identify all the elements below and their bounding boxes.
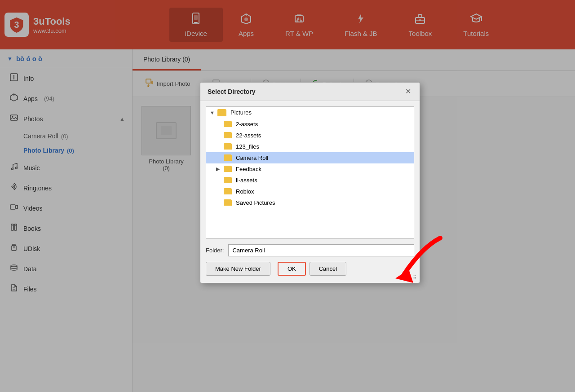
folder-field-label: Folder:: [206, 247, 224, 254]
dialog-close-button[interactable]: ✕: [403, 87, 412, 96]
dialog-body: ▼ Pictures 2-assets 22-assets: [200, 101, 420, 283]
tree-item-123files[interactable]: 123_files: [206, 141, 414, 152]
folder-img-2assets: [224, 121, 232, 127]
folder-label-llassets: ll-assets: [236, 177, 257, 184]
folder-label-123files: 123_files: [236, 143, 259, 150]
tree-item-feedback[interactable]: ▶ Feedback: [206, 163, 414, 175]
folder-field-row: Folder:: [206, 244, 414, 256]
folder-img-llassets: [224, 177, 232, 183]
directory-tree[interactable]: ▼ Pictures 2-assets 22-assets: [206, 106, 414, 239]
folder-label-2assets: 2-assets: [236, 121, 258, 128]
folder-img-123files: [224, 143, 232, 150]
folder-label-feedback: Feedback: [236, 166, 261, 172]
cancel-button[interactable]: Cancel: [310, 262, 346, 276]
folder-label-22assets: 22-assets: [236, 132, 261, 139]
feedback-expand: ▶: [216, 166, 221, 172]
folder-label-camera-roll: Camera Roll: [236, 154, 268, 161]
root-folder-img: [217, 109, 226, 116]
make-new-folder-button[interactable]: Make New Folder: [206, 262, 270, 276]
folder-img-22assets: [224, 132, 232, 138]
folder-img-roblox: [224, 188, 232, 194]
dialog-resize-handle[interactable]: ⠿: [413, 275, 417, 281]
folder-field-input[interactable]: [228, 244, 414, 256]
root-folder-label: Pictures: [230, 109, 252, 116]
tree-item-2assets[interactable]: 2-assets: [206, 119, 414, 130]
folder-img-camera-roll: [224, 154, 232, 161]
tree-item-22assets[interactable]: 22-assets: [206, 130, 414, 141]
select-directory-dialog: Select Directory ✕ ▼ Pictures 2-assets: [200, 82, 420, 283]
folder-label-saved-pictures: Saved Pictures: [236, 199, 275, 206]
dialog-overlay: Select Directory ✕ ▼ Pictures 2-assets: [0, 0, 575, 392]
dialog-title-bar: Select Directory ✕: [200, 83, 420, 101]
tree-item-roblox[interactable]: Roblox: [206, 186, 414, 197]
folder-img-feedback: [224, 166, 232, 172]
dialog-actions: Make New Folder OK Cancel: [206, 262, 414, 277]
folder-img-saved-pictures: [224, 199, 232, 206]
tree-item-camera-roll[interactable]: Camera Roll: [206, 152, 414, 163]
tree-item-llassets[interactable]: ll-assets: [206, 175, 414, 186]
ok-button[interactable]: OK: [278, 262, 306, 276]
folder-label-roblox: Roblox: [236, 188, 254, 195]
dialog-title: Select Directory: [208, 88, 256, 95]
root-expand-arrow: ▼: [210, 110, 215, 115]
tree-item-saved-pictures[interactable]: Saved Pictures: [206, 197, 414, 208]
tree-root-pictures[interactable]: ▼ Pictures: [206, 107, 414, 119]
